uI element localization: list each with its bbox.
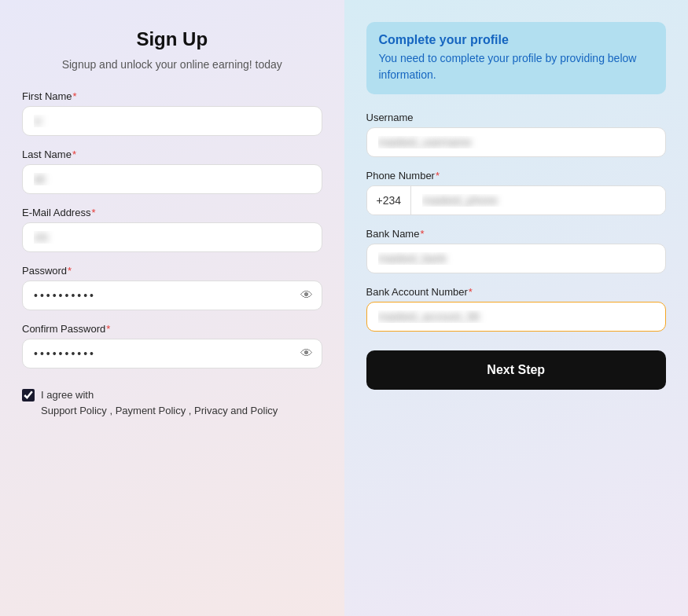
email-input[interactable] xyxy=(22,222,322,252)
password-input-wrapper: 👁 xyxy=(22,280,322,310)
password-input[interactable] xyxy=(22,280,322,310)
phone-input[interactable] xyxy=(411,186,665,214)
last-name-input-wrapper xyxy=(22,164,322,194)
first-name-input-wrapper xyxy=(22,106,322,136)
password-eye-icon[interactable]: 👁 xyxy=(300,288,313,302)
confirm-password-eye-icon[interactable]: 👁 xyxy=(300,346,313,361)
confirm-password-group: Confirm Password* 👁 xyxy=(22,323,322,368)
agree-checkbox[interactable] xyxy=(22,389,35,402)
page-wrapper: Sign Up Signup and unlock your online ea… xyxy=(0,0,688,616)
bank-account-label: Bank Account Number* xyxy=(366,286,667,298)
phone-wrapper: +234 xyxy=(366,185,667,215)
right-panel: Complete your profile You need to comple… xyxy=(344,0,689,616)
first-name-input[interactable] xyxy=(22,106,322,136)
last-name-group: Last Name* xyxy=(22,148,322,194)
email-input-wrapper xyxy=(22,222,322,252)
username-input[interactable] xyxy=(366,127,667,157)
first-name-group: First Name* xyxy=(22,90,322,136)
bank-account-group: Bank Account Number* xyxy=(366,286,667,332)
phone-label: Phone Number* xyxy=(366,170,667,182)
password-group: Password* 👁 xyxy=(22,265,322,310)
bank-name-group: Bank Name* xyxy=(366,228,667,273)
password-label: Password* xyxy=(22,265,322,277)
bank-name-label: Bank Name* xyxy=(366,228,667,240)
profile-banner: Complete your profile You need to comple… xyxy=(366,22,667,94)
agree-row: I agree with Support Policy , Payment Po… xyxy=(22,387,322,418)
last-name-input[interactable] xyxy=(22,164,322,194)
phone-prefix: +234 xyxy=(367,186,412,214)
username-group: Username xyxy=(366,112,667,157)
agree-text: I agree with Support Policy , Payment Po… xyxy=(41,387,278,418)
bank-account-input[interactable] xyxy=(366,302,667,332)
last-name-label: Last Name* xyxy=(22,148,322,160)
confirm-password-label: Confirm Password* xyxy=(22,323,322,335)
left-panel: Sign Up Signup and unlock your online ea… xyxy=(0,0,344,616)
email-group: E-Mail Address* xyxy=(22,207,322,252)
profile-banner-title: Complete your profile xyxy=(379,33,654,47)
bank-name-input[interactable] xyxy=(366,244,667,273)
signup-subtitle: Signup and unlock your online earning! t… xyxy=(22,57,322,73)
signup-title: Sign Up xyxy=(22,28,322,50)
email-label: E-Mail Address* xyxy=(22,207,322,218)
username-label: Username xyxy=(366,112,667,123)
profile-banner-text: You need to complete your profile by pro… xyxy=(379,50,654,83)
first-name-label: First Name* xyxy=(22,90,322,102)
confirm-password-input-wrapper: 👁 xyxy=(22,339,322,368)
next-step-button[interactable]: Next Step xyxy=(366,350,667,390)
confirm-password-input[interactable] xyxy=(22,339,322,368)
phone-group: Phone Number* +234 xyxy=(366,170,667,215)
